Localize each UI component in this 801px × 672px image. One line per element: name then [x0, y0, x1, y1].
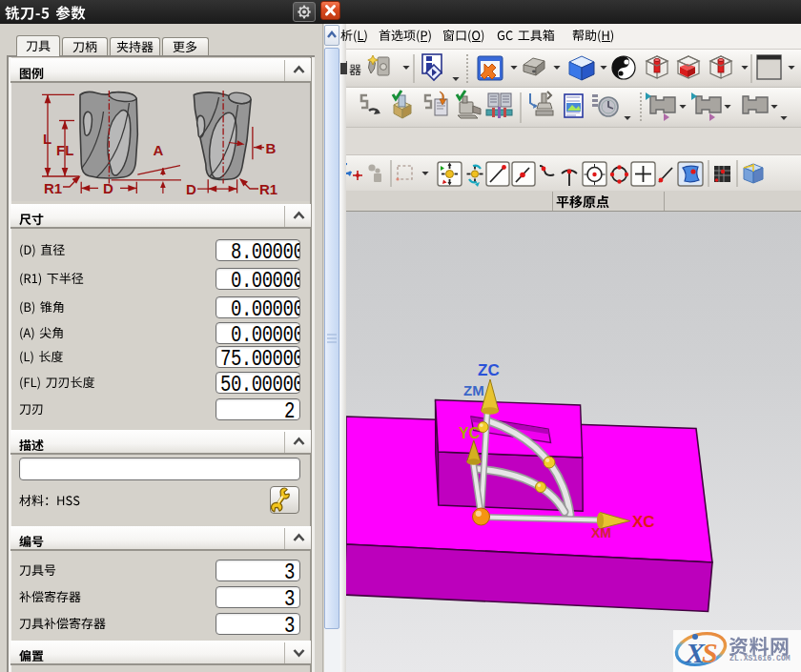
svg-text:B: B — [266, 140, 277, 156]
svg-text:S: S — [702, 637, 718, 668]
svg-text:R1: R1 — [259, 181, 277, 197]
svg-text:FL: FL — [56, 142, 73, 158]
svg-text:D: D — [186, 181, 196, 197]
svg-text:D: D — [103, 180, 113, 196]
svg-text:L: L — [43, 131, 51, 147]
svg-text:A: A — [154, 142, 164, 158]
svg-text:R1: R1 — [44, 180, 62, 196]
